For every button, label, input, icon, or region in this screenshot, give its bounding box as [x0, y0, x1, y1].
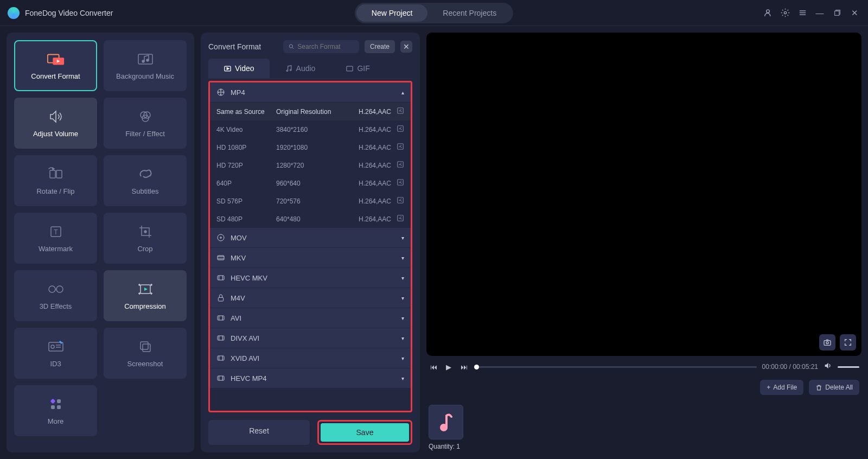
project-tabs: New Project Recent Projects [355, 3, 513, 23]
tool-background-music[interactable]: Background Music [104, 40, 187, 91]
preset-row[interactable]: SD 576P 720*576 H.264,AAC [210, 192, 411, 210]
chevron-down-icon: ▾ [401, 355, 404, 361]
edit-preset-icon[interactable] [397, 214, 404, 224]
tool-watermark[interactable]: T Watermark [14, 213, 97, 264]
create-button[interactable]: Create [365, 40, 395, 53]
video-preview [426, 33, 861, 356]
fullscreen-button[interactable] [840, 334, 856, 350]
preset-resolution: 1920*1080 [276, 144, 341, 151]
snapshot-button[interactable] [819, 334, 835, 350]
format-name: HEVC MP4 [231, 374, 266, 382]
tab-new-project[interactable]: New Project [356, 4, 427, 22]
tool-screenshot[interactable]: Screenshot [104, 328, 187, 379]
volume-icon[interactable] [824, 361, 832, 372]
id3-icon [47, 339, 65, 354]
svg-point-22 [49, 286, 55, 292]
convert-format-panel: Convert Format Create ✕ Video Audio GIF [201, 33, 420, 452]
tool-id3[interactable]: ID3 [14, 328, 97, 379]
format-group-hevc-mkv[interactable]: HEVC MKV▾ [210, 268, 411, 288]
svg-rect-9 [138, 54, 152, 64]
format-group-mov[interactable]: MOV▾ [210, 228, 411, 248]
preset-resolution: 3840*2160 [276, 126, 341, 133]
tool-filter-effect[interactable]: Filter / Effect [104, 98, 187, 149]
svg-point-45 [220, 90, 221, 91]
format-group-m4v[interactable]: M4V▾ [210, 288, 411, 308]
delete-all-button[interactable]: Delete All [809, 380, 859, 395]
format-group-mp4[interactable]: MP4 ▴ [210, 82, 411, 103]
format-name: MKV [231, 254, 246, 262]
svg-point-36 [289, 44, 292, 48]
close-button[interactable]: ✕ [848, 7, 860, 19]
tool-crop[interactable]: Crop [104, 213, 187, 264]
edit-preset-icon[interactable] [397, 143, 404, 152]
tool-convert-format[interactable]: Convert Format [14, 40, 97, 91]
tool-rotate-flip[interactable]: Rotate / Flip [14, 155, 97, 206]
format-group-avi[interactable]: AVI▾ [210, 308, 411, 328]
preset-row[interactable]: HD 720P 1280*720 H.264,AAC [210, 156, 411, 174]
preset-row[interactable]: Same as Source Original Resolution H.264… [210, 103, 411, 120]
preset-codec: H.264,AAC [341, 215, 393, 223]
svg-point-57 [220, 237, 222, 239]
edit-preset-icon[interactable] [397, 125, 404, 134]
convert-icon [47, 52, 65, 67]
format-name: AVI [231, 314, 241, 322]
tool-subtitles[interactable]: Subtitles [104, 155, 187, 206]
svg-point-66 [826, 342, 828, 344]
tool-adjust-volume[interactable]: Adjust Volume [14, 98, 97, 149]
svg-point-0 [766, 10, 769, 13]
edit-preset-icon[interactable] [397, 178, 404, 188]
edit-preset-icon[interactable] [397, 107, 404, 116]
settings-icon[interactable] [779, 7, 791, 19]
next-button[interactable]: ⏭ [459, 362, 469, 372]
tab-audio[interactable]: Audio [270, 59, 331, 78]
tab-recent-projects[interactable]: Recent Projects [427, 4, 512, 22]
tab-gif[interactable]: GIF [330, 59, 385, 78]
svg-point-47 [220, 94, 221, 95]
format-group-divx-avi[interactable]: DIVX AVI▾ [210, 328, 411, 348]
minimize-button[interactable]: — [814, 7, 826, 19]
reset-button[interactable]: Reset [208, 420, 310, 445]
save-button[interactable]: Save [321, 423, 409, 442]
svg-point-44 [220, 92, 222, 93]
preset-row[interactable]: SD 480P 640*480 H.264,AAC [210, 210, 411, 228]
format-group-hevc-mp4[interactable]: HEVC MP4▾ [210, 368, 411, 388]
tool-more[interactable]: More [14, 385, 97, 436]
timeline-slider[interactable] [474, 366, 757, 368]
chevron-down-icon: ▾ [401, 275, 404, 281]
play-button[interactable]: ▶ [444, 362, 454, 372]
svg-rect-30 [141, 342, 148, 349]
tool-label: Watermark [39, 245, 73, 253]
preset-row[interactable]: HD 1080P 1920*1080 H.264,AAC [210, 138, 411, 156]
format-group-xvid-avi[interactable]: XVID AVI▾ [210, 348, 411, 368]
tab-video[interactable]: Video [208, 59, 270, 78]
edit-preset-icon[interactable] [397, 196, 404, 206]
lock-icon [216, 294, 225, 302]
tool-compression[interactable]: Compression [104, 270, 187, 321]
preset-row[interactable]: 640P 960*640 H.264,AAC [210, 174, 411, 192]
file-thumb[interactable]: Quantity: 1 [429, 405, 463, 450]
rotate-icon [47, 167, 65, 182]
svg-rect-15 [50, 170, 55, 178]
add-file-button[interactable]: +Add File [760, 380, 803, 395]
format-group-mkv[interactable]: MKV▾ [210, 248, 411, 268]
search-format-field[interactable] [283, 40, 359, 53]
search-format-input[interactable] [297, 43, 354, 50]
tool-grid: Convert Format Background Music Adjust V… [14, 40, 187, 436]
timeline-handle[interactable] [474, 365, 479, 369]
chevron-down-icon: ▾ [401, 335, 404, 341]
edit-preset-icon[interactable] [397, 161, 404, 170]
preset-row[interactable]: 4K Video 3840*2160 H.264,AAC [210, 120, 411, 138]
svg-rect-65 [824, 341, 831, 346]
preset-codec: H.264,AAC [341, 108, 393, 116]
maximize-button[interactable] [831, 7, 843, 19]
music-note-icon [437, 412, 455, 432]
filter-icon [136, 109, 155, 124]
chevron-down-icon: ▾ [401, 295, 404, 301]
menu-icon[interactable] [796, 7, 808, 19]
tool-3d-effects[interactable]: 3D Effects [14, 270, 97, 321]
volume-slider[interactable] [838, 366, 859, 368]
crop-icon [136, 224, 155, 239]
prev-button[interactable]: ⏮ [429, 362, 438, 372]
account-icon[interactable] [762, 7, 774, 19]
close-panel-button[interactable]: ✕ [400, 41, 412, 53]
